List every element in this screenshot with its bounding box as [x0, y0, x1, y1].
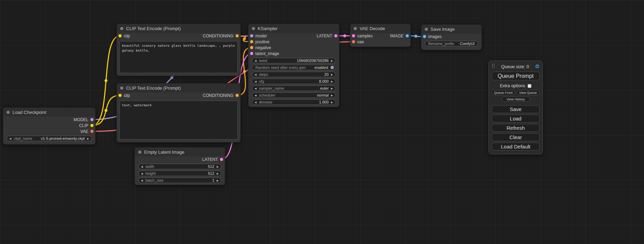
clear-button[interactable]: Clear — [492, 133, 540, 141]
input-slot-positive[interactable]: positive — [250, 39, 270, 45]
output-slot-vae[interactable]: VAE — [80, 128, 94, 134]
decrement-arrow-icon[interactable]: ◀ — [255, 60, 256, 62]
output-slot-image[interactable]: IMAGE — [390, 33, 409, 39]
decrement-arrow-icon[interactable]: ◀ — [255, 87, 256, 90]
node-title-bar[interactable]: Save Image — [421, 25, 482, 34]
clip-output-dot[interactable] — [90, 124, 94, 127]
widget-scheduler[interactable]: ◀ scheduler normal ▶ — [252, 92, 336, 98]
samples-input-dot[interactable] — [352, 34, 355, 37]
increment-arrow-icon[interactable]: ▶ — [331, 80, 333, 83]
queue-front-button[interactable]: Queue Front — [492, 90, 515, 95]
node-clip-text-encode-negative[interactable]: CLIP Text Encode (Prompt) clip CONDITION… — [116, 83, 241, 143]
positive-input-dot[interactable] — [250, 40, 253, 43]
load-default-button[interactable]: Load Default — [492, 143, 540, 151]
increment-arrow-icon[interactable]: ▶ — [331, 101, 333, 103]
refresh-button[interactable]: Refresh — [492, 124, 540, 132]
decrement-arrow-icon[interactable]: ◀ — [255, 73, 256, 76]
decrement-arrow-icon[interactable]: ◀ — [141, 179, 143, 182]
node-ksampler[interactable]: KSampler model LATENT positive negative — [248, 24, 339, 107]
widget-filename-prefix[interactable]: filename_prefix ComfyUI — [425, 41, 478, 46]
increment-arrow-icon[interactable]: ▶ — [217, 172, 219, 175]
widget-seed[interactable]: ◀ seed 156680208700286 ▶ — [252, 58, 336, 63]
collapse-dot-icon[interactable] — [120, 87, 123, 90]
widget-random-seed-control[interactable]: Random seed after every gen enabled — [252, 65, 336, 70]
model-output-dot[interactable] — [90, 118, 94, 121]
increment-arrow-icon[interactable]: ▶ — [87, 137, 89, 140]
widget-ckpt-name[interactable]: ◀ ckpt_name v1-5-pruned-emaonly.ckpt ▶ — [7, 136, 92, 141]
view-queue-button[interactable]: View Queue — [516, 90, 540, 95]
input-slot-clip[interactable]: clip — [118, 92, 130, 98]
extra-options-checkbox[interactable] — [528, 84, 531, 88]
negative-input-dot[interactable] — [250, 46, 253, 49]
queue-menu-panel[interactable]: Queue size: 0 ⚙ Queue Prompt Extra optio… — [488, 61, 543, 154]
node-empty-latent-image[interactable]: Empty Latent Image LATENT ◀ width 512 ▶ … — [134, 147, 225, 185]
model-input-dot[interactable] — [250, 34, 253, 37]
widget-steps[interactable]: ◀ steps 20 ▶ — [252, 72, 336, 77]
latent-output-dot[interactable] — [220, 158, 223, 161]
widget-batch-size[interactable]: ◀ batch_size 1 ▶ — [138, 178, 221, 183]
vae-input-dot[interactable] — [352, 40, 355, 43]
collapse-dot-icon[interactable] — [7, 111, 10, 114]
collapse-dot-icon[interactable] — [425, 28, 428, 31]
settings-gear-icon[interactable]: ⚙ — [535, 64, 540, 69]
output-slot-model[interactable]: MODEL — [73, 117, 94, 123]
node-title-bar[interactable]: CLIP Text Encode (Prompt) — [117, 83, 240, 92]
latent-image-input-dot[interactable] — [250, 52, 253, 55]
node-title-bar[interactable]: VAE Decode — [350, 24, 411, 33]
widget-height[interactable]: ◀ height 512 ▶ — [138, 171, 221, 176]
node-save-image[interactable]: Save Image images filename_prefix ComfyU… — [421, 24, 482, 50]
decrement-arrow-icon[interactable]: ◀ — [141, 165, 143, 168]
collapse-dot-icon[interactable] — [138, 151, 141, 154]
images-input-dot[interactable] — [423, 35, 426, 38]
collapse-dot-icon[interactable] — [354, 27, 357, 30]
conditioning-output-dot[interactable] — [236, 34, 239, 37]
input-slot-negative[interactable]: negative — [250, 45, 271, 51]
clip-input-dot[interactable] — [118, 34, 122, 37]
collapse-dot-icon[interactable] — [252, 27, 255, 30]
output-slot-conditioning[interactable]: CONDITIONING — [203, 92, 239, 98]
increment-arrow-icon[interactable]: ▶ — [331, 73, 333, 76]
positive-prompt-textarea[interactable]: beautiful scenery nature glass bottle la… — [120, 41, 238, 73]
queue-prompt-button[interactable]: Queue Prompt — [492, 72, 540, 80]
node-vae-decode[interactable]: VAE Decode samples IMAGE vae — [350, 24, 411, 47]
image-output-dot[interactable] — [406, 34, 409, 37]
node-title-bar[interactable]: Load Checkpoint — [3, 108, 95, 117]
input-slot-latent-image[interactable]: latent_image — [250, 51, 279, 56]
widget-width[interactable]: ◀ width 512 ▶ — [138, 164, 221, 169]
node-title-bar[interactable]: KSampler — [248, 24, 339, 33]
save-button[interactable]: Save — [492, 105, 540, 113]
decrement-arrow-icon[interactable]: ◀ — [9, 137, 11, 140]
drag-handle-icon[interactable] — [492, 63, 495, 70]
load-button[interactable]: Load — [492, 115, 540, 123]
input-slot-clip[interactable]: clip — [118, 33, 130, 39]
input-slot-samples[interactable]: samples — [352, 33, 373, 39]
widget-sampler-name[interactable]: ◀ sampler_name euler ▶ — [252, 85, 336, 91]
conditioning-output-dot[interactable] — [236, 94, 239, 97]
node-load-checkpoint[interactable]: Load Checkpoint MODEL CLIP VAE ◀ ckpt_na… — [3, 107, 96, 145]
decrement-arrow-icon[interactable]: ◀ — [255, 101, 256, 103]
view-history-button[interactable]: View History — [502, 97, 530, 102]
input-slot-images[interactable]: images — [423, 34, 442, 39]
increment-arrow-icon[interactable]: ▶ — [217, 179, 219, 182]
decrement-arrow-icon[interactable]: ◀ — [141, 172, 143, 175]
vae-output-dot[interactable] — [90, 130, 94, 133]
collapse-dot-icon[interactable] — [120, 27, 123, 30]
output-slot-clip[interactable]: CLIP — [79, 123, 94, 128]
decrement-arrow-icon[interactable]: ◀ — [255, 94, 256, 97]
increment-arrow-icon[interactable]: ▶ — [331, 94, 333, 97]
node-graph-canvas[interactable]: Load Checkpoint MODEL CLIP VAE ◀ ckpt_na… — [0, 0, 644, 244]
negative-prompt-textarea[interactable]: text, watermark — [120, 101, 238, 139]
increment-arrow-icon[interactable]: ▶ — [217, 165, 219, 168]
input-slot-model[interactable]: model — [250, 33, 267, 39]
node-title-bar[interactable]: Empty Latent Image — [135, 147, 225, 156]
input-slot-vae[interactable]: vae — [352, 39, 364, 45]
output-slot-latent[interactable]: LATENT — [317, 33, 337, 39]
node-title-bar[interactable]: CLIP Text Encode (Prompt) — [117, 24, 240, 33]
clip-input-dot[interactable] — [118, 94, 122, 97]
latent-output-dot[interactable] — [334, 34, 337, 37]
increment-arrow-icon[interactable]: ▶ — [331, 87, 333, 90]
output-slot-conditioning[interactable]: CONDITIONING — [203, 33, 239, 39]
node-clip-text-encode-positive[interactable]: CLIP Text Encode (Prompt) clip CONDITION… — [116, 24, 241, 76]
widget-cfg[interactable]: ◀ cfg 8.000 ▶ — [252, 79, 336, 84]
output-slot-latent[interactable]: LATENT — [202, 156, 223, 162]
